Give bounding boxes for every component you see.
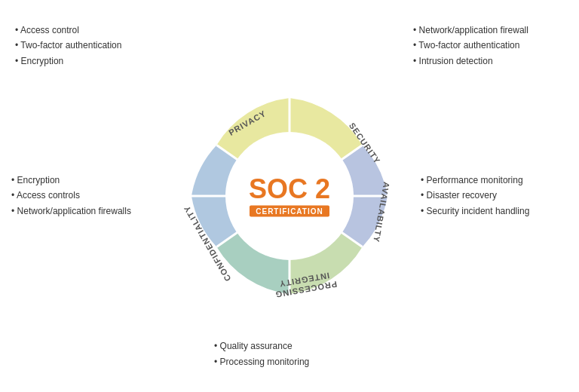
security-item-1: Network/application firewall <box>413 23 564 38</box>
availability-text-panel: Performance monitoring Disaster recovery… <box>421 173 568 219</box>
processing-item-2: Processing monitoring <box>214 354 365 369</box>
confidentiality-item-2: Access controls <box>11 188 139 204</box>
donut-chart: PRIVACY SECURITY AVAILABILTY PROCESSING … <box>176 83 403 309</box>
processing-text-panel: Quality assurance Processing monitoring <box>214 338 365 369</box>
privacy-item-3: Encryption <box>15 54 151 69</box>
security-item-3: Intrusion detection <box>413 54 564 69</box>
security-list: Network/application firewall Two-factor … <box>413 23 564 69</box>
center-label: SOC 2 CERTIFICATION <box>249 176 330 217</box>
soc2-text: SOC 2 <box>249 173 330 204</box>
main-container: Access control Two-factor authentication… <box>0 0 579 392</box>
availability-item-2: Disaster recovery <box>421 188 568 204</box>
confidentiality-text-panel: Encryption Access controls Network/appli… <box>11 173 139 219</box>
certification-badge: CERTIFICATION <box>250 206 329 217</box>
privacy-list: Access control Two-factor authentication… <box>15 23 151 69</box>
confidentiality-list: Encryption Access controls Network/appli… <box>11 173 139 219</box>
privacy-item-2: Two-factor authentication <box>15 38 151 53</box>
availability-list: Performance monitoring Disaster recovery… <box>421 173 568 219</box>
confidentiality-item-1: Encryption <box>11 173 139 188</box>
processing-item-1: Quality assurance <box>214 338 365 354</box>
availability-item-3: Security incident handling <box>421 204 568 219</box>
confidentiality-item-3: Network/application firewalls <box>11 204 139 219</box>
privacy-text-panel: Access control Two-factor authentication… <box>15 23 151 69</box>
availability-item-1: Performance monitoring <box>421 173 568 188</box>
security-item-2: Two-factor authentication <box>413 38 564 53</box>
processing-list: Quality assurance Processing monitoring <box>214 338 365 369</box>
security-text-panel: Network/application firewall Two-factor … <box>413 23 564 69</box>
privacy-item-1: Access control <box>15 23 151 38</box>
soc2-title: SOC 2 <box>249 176 330 203</box>
